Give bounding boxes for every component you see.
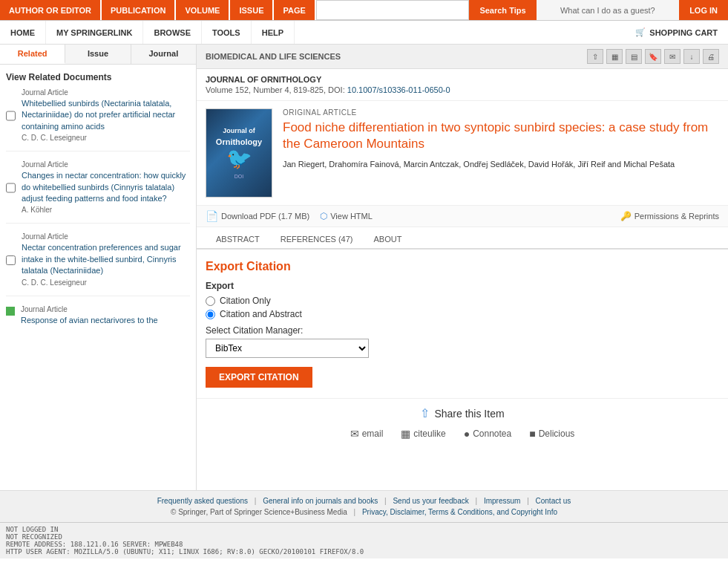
shopping-cart[interactable]: 🛒 SHOPPING CART xyxy=(625,27,728,37)
citation-abstract-option[interactable]: Citation and Abstract xyxy=(206,309,719,319)
citation-abstract-label: Citation and Abstract xyxy=(220,309,302,319)
citation-only-radio[interactable] xyxy=(206,296,215,306)
search-tips-button[interactable]: Search Tips xyxy=(469,0,536,20)
delicious-icon: ■ xyxy=(529,428,535,440)
tab-related[interactable]: Related xyxy=(0,45,65,64)
article-authors: Jan Riegert, Drahomíra Fainová, Marcin A… xyxy=(283,158,719,171)
email-share-icon: ✉ xyxy=(350,428,359,440)
delicious-label: Delicious xyxy=(539,429,575,439)
export-citation-button[interactable]: EXPORT CITATION xyxy=(206,367,312,388)
doi-link[interactable]: 10.1007/s10336-011-0650-0 xyxy=(347,85,450,94)
citation-only-option[interactable]: Citation Only xyxy=(206,296,719,306)
doc-title[interactable]: Nectar concentration preferences and sug… xyxy=(22,242,190,276)
article-info: ORIGINAL ARTICLE Food niche differentiat… xyxy=(283,108,719,198)
list-item: Journal Article Changes in nectar concen… xyxy=(6,160,190,224)
login-button[interactable]: LOG IN xyxy=(679,0,728,20)
footer: Frequently asked questions | General inf… xyxy=(0,490,728,522)
share-icon[interactable]: ⇧ xyxy=(587,49,603,64)
journal-cover-image: Journal of Ornithology 🐦 DOI xyxy=(206,108,272,198)
nav-help[interactable]: HELP xyxy=(252,21,295,44)
nav-tools[interactable]: TOOLS xyxy=(202,21,252,44)
citation-manager-select[interactable]: BibTex RIS EndNote RefMan xyxy=(206,339,369,358)
search-input[interactable] xyxy=(316,0,470,20)
citation-only-label: Citation Only xyxy=(220,296,271,306)
export-citation-section: Export Citation Export Citation Only Cit… xyxy=(197,250,728,398)
download-icon[interactable]: ↓ xyxy=(683,49,700,64)
footer-contact[interactable]: Contact us xyxy=(536,497,571,505)
doc-content-3: Journal Article Nectar concentration pre… xyxy=(22,232,190,286)
sidebar-scroll: Journal Article Whitebellied sunbirds (N… xyxy=(6,88,190,345)
issue-tab[interactable]: ISSUE xyxy=(230,0,274,20)
doc-title[interactable]: Changes in nectar concentration: how qui… xyxy=(22,170,190,204)
doc-title[interactable]: Response of avian nectarivores to the xyxy=(21,315,190,326)
view-html-label: View HTML xyxy=(330,212,373,221)
footer-legal[interactable]: Privacy, Disclaimer, Terms & Conditions,… xyxy=(362,508,557,516)
nav-home[interactable]: HOME xyxy=(0,21,46,44)
article-header: JOURNAL OF ORNITHOLOGY Volume 152, Numbe… xyxy=(197,69,728,101)
nav-myspringerlink[interactable]: MY SPRINGERLINK xyxy=(46,21,143,44)
doc-author: A. Köhler xyxy=(22,206,190,214)
page-tab[interactable]: PAGE xyxy=(274,0,315,20)
export-citation-title: Export Citation xyxy=(206,260,719,273)
share-email[interactable]: ✉ email xyxy=(350,428,384,440)
doc-type: Journal Article xyxy=(22,232,190,241)
author-editor-tab[interactable]: AUTHOR OR EDITOR xyxy=(0,0,102,20)
view-list-icon[interactable]: ▦ xyxy=(606,49,623,64)
view-html-button[interactable]: ⬡ View HTML xyxy=(320,211,373,221)
export-label: Export xyxy=(206,281,719,291)
share-connotea[interactable]: ● Connotea xyxy=(464,428,512,440)
share-delicious[interactable]: ■ Delicious xyxy=(529,428,574,440)
download-pdf-label: Download PDF (1.7 MB) xyxy=(221,212,309,221)
email-icon[interactable]: ✉ xyxy=(664,49,681,64)
article-type-tag: ORIGINAL ARTICLE xyxy=(283,108,719,117)
cover-title: Journal of xyxy=(223,127,255,134)
doc-checkbox-1[interactable] xyxy=(6,90,16,142)
view-grid-icon[interactable]: ▤ xyxy=(626,49,642,64)
footer-links: Frequently asked questions | General inf… xyxy=(9,497,719,505)
sidebar-tabs: Related Issue Journal xyxy=(0,45,196,65)
tab-issue[interactable]: Issue xyxy=(65,45,131,64)
cart-label: SHOPPING CART xyxy=(649,28,718,37)
debug-line-3: REMOTE ADDRESS: 188.121.0.16 SERVER: MPW… xyxy=(6,541,722,548)
tab-references[interactable]: REFERENCES (47) xyxy=(270,230,364,250)
tab-journal[interactable]: Journal xyxy=(131,45,196,64)
html-icon: ⬡ xyxy=(320,211,327,221)
list-item: Journal Article Whitebellied sunbirds (N… xyxy=(6,88,190,151)
sidebar-content: View Related Documents Journal Article W… xyxy=(0,65,196,353)
citation-abstract-radio[interactable] xyxy=(206,310,215,319)
volume-tab[interactable]: VOLUME xyxy=(176,0,230,20)
share-citeulike[interactable]: ▦ citeulike xyxy=(401,428,445,440)
download-pdf-button[interactable]: 📄 Download PDF (1.7 MB) xyxy=(206,210,309,222)
top-search-bar: AUTHOR OR EDITOR PUBLICATION VOLUME ISSU… xyxy=(0,0,728,21)
footer-impressum[interactable]: Impressum xyxy=(484,497,520,505)
nav-browse[interactable]: BROWSE xyxy=(143,21,202,44)
share-icon: ⇧ xyxy=(420,406,430,420)
tab-about[interactable]: ABOUT xyxy=(363,230,412,250)
breadcrumb-icons: ⇧ ▦ ▤ 🔖 ✉ ↓ 🖨 xyxy=(587,49,719,64)
article-title: Food niche differentiation in two syntop… xyxy=(283,120,719,152)
publication-tab[interactable]: PUBLICATION xyxy=(102,0,176,20)
cover-doi: DOI xyxy=(235,174,243,179)
doc-checkbox-3[interactable] xyxy=(6,234,16,286)
permissions-reprints-button[interactable]: 🔑 Permissions & Reprints xyxy=(620,211,719,221)
article-cover: Journal of Ornithology 🐦 DOI xyxy=(206,108,272,198)
doc-checkbox-2[interactable] xyxy=(6,162,16,214)
footer-feedback[interactable]: Send us your feedback xyxy=(393,497,468,505)
action-left: 📄 Download PDF (1.7 MB) ⬡ View HTML xyxy=(206,210,373,222)
email-share-label: email xyxy=(362,429,384,439)
bookmark-icon[interactable]: 🔖 xyxy=(645,49,661,64)
cart-icon: 🛒 xyxy=(635,27,646,37)
doc-type: Journal Article xyxy=(22,160,190,169)
share-title: ⇧ Share this Item xyxy=(206,406,719,420)
connotea-label: Connotea xyxy=(473,429,511,439)
doc-title[interactable]: Whitebellied sunbirds (Nectarinia talata… xyxy=(22,98,190,132)
permissions-label: Permissions & Reprints xyxy=(634,212,719,221)
breadcrumb: BIOMEDICAL AND LIFE SCIENCES xyxy=(206,52,341,61)
footer-faq[interactable]: Frequently asked questions xyxy=(157,497,248,505)
footer-general-info[interactable]: General info on journals and books xyxy=(263,497,378,505)
print-icon[interactable]: 🖨 xyxy=(703,49,719,64)
sidebar: Related Issue Journal View Related Docum… xyxy=(0,45,197,490)
tab-abstract[interactable]: ABSTRACT xyxy=(206,230,270,250)
breadcrumb-bar: BIOMEDICAL AND LIFE SCIENCES ⇧ ▦ ▤ 🔖 ✉ ↓… xyxy=(197,45,728,69)
list-item: Journal Article Nectar concentration pre… xyxy=(6,232,190,296)
